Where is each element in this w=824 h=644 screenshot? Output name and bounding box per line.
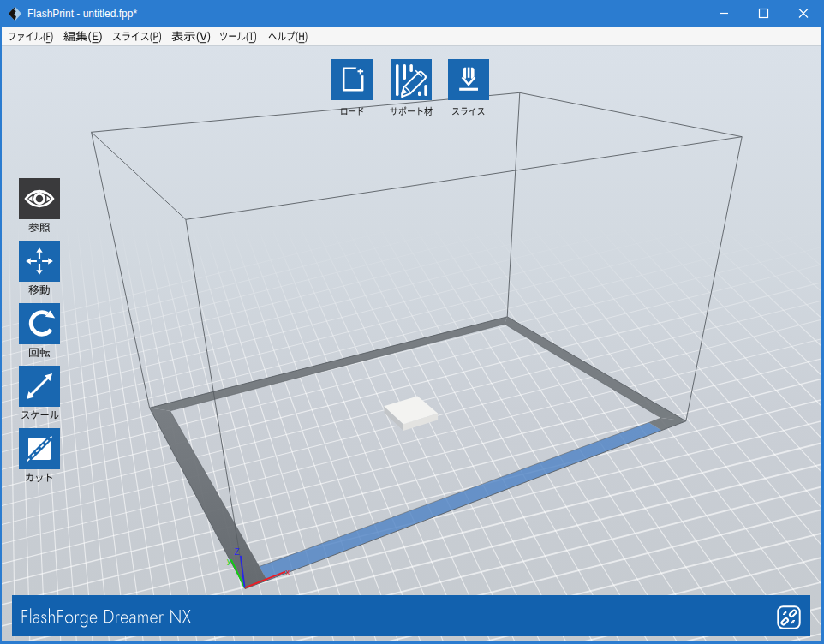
svg-text:x: x (286, 567, 290, 576)
svg-text:Z: Z (235, 547, 240, 557)
svg-text:y: y (227, 556, 231, 565)
